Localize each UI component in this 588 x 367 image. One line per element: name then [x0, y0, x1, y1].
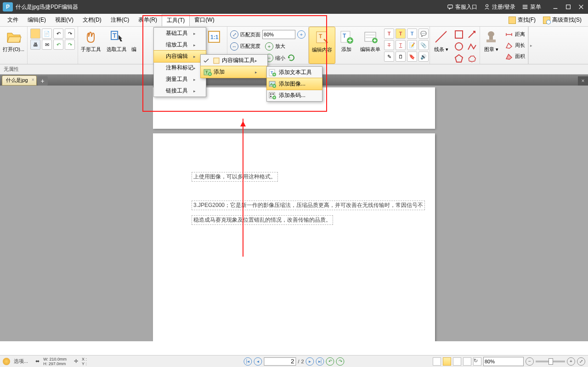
- svg-rect-17: [455, 31, 463, 38]
- view-facing-button[interactable]: [453, 357, 461, 366]
- advanced-find-button[interactable]: 高级查找(S): [539, 16, 585, 24]
- lines-button[interactable]: 线条 ▾: [430, 27, 452, 64]
- tools-content-edit[interactable]: 内容编辑▸: [153, 50, 206, 63]
- note-icon[interactable]: 📝: [407, 40, 417, 50]
- undo-arrow-button[interactable]: ↶: [53, 40, 63, 50]
- polyline-shape-icon[interactable]: [467, 41, 477, 52]
- view-single-button[interactable]: [433, 357, 441, 366]
- underline-icon[interactable]: T: [396, 40, 406, 50]
- strikeout-icon[interactable]: T: [384, 40, 394, 50]
- zoom-out-status[interactable]: −: [526, 357, 534, 366]
- menu-comment[interactable]: 注释(C): [106, 14, 134, 26]
- sound-icon[interactable]: 🔊: [418, 52, 429, 62]
- sticky-icon[interactable]: 🗒: [396, 52, 406, 62]
- menu-edit[interactable]: 编辑(E): [23, 14, 51, 26]
- content-edit-tools[interactable]: 内容编辑工具▸: [201, 55, 267, 66]
- page-number-input[interactable]: [264, 357, 296, 366]
- pencil-icon[interactable]: ✎: [384, 52, 394, 62]
- area-button[interactable]: 面积: [505, 52, 525, 61]
- status-zoom-select[interactable]: [483, 357, 524, 366]
- callout-icon[interactable]: 💬: [418, 29, 429, 39]
- menu-file[interactable]: 文件: [3, 14, 23, 26]
- svg-rect-20: [489, 36, 493, 40]
- edit-tool-partial[interactable]: 编: [130, 27, 138, 64]
- login-link[interactable]: 注册/登录: [484, 3, 515, 11]
- text-block-3[interactable]: 稳造成马赛克现象及位置错乱的情况，改善传输的品质。: [192, 215, 333, 225]
- add-button[interactable]: T 添加: [335, 27, 357, 64]
- nav-forward-button[interactable]: ↷: [336, 357, 345, 366]
- pdf-page[interactable]: 上使用图像，可以多用这种格式。 3.JPEG2000；它是新一作的影像压缩法，压…: [153, 133, 435, 341]
- document-tab[interactable]: 什么是jpg×: [2, 75, 37, 86]
- view-continuous-button[interactable]: [443, 357, 451, 366]
- text-tool-icon[interactable]: T: [384, 29, 394, 39]
- zoom-in-button[interactable]: +: [265, 42, 273, 51]
- tools-link[interactable]: 链接工具▸: [154, 85, 206, 97]
- zoom-in-status[interactable]: +: [567, 357, 575, 366]
- add-image-tool[interactable]: 添加图像...: [266, 78, 322, 90]
- circle-shape-icon[interactable]: [454, 41, 464, 52]
- add-text-tool[interactable]: T 添加文本工具: [267, 67, 322, 78]
- zoom-plus-icon[interactable]: +: [297, 30, 305, 39]
- support-link[interactable]: 客服入口: [447, 3, 477, 11]
- add-barcode-tool[interactable]: 添加条码...: [267, 90, 322, 101]
- menu-document[interactable]: 文档(D): [78, 14, 106, 26]
- nav-last-button[interactable]: ▸|: [316, 357, 324, 366]
- tabs-close-button[interactable]: ×: [578, 76, 588, 86]
- distance-button[interactable]: 距离: [505, 29, 525, 39]
- zoom-slider[interactable]: [536, 361, 565, 362]
- redo-arrow-button[interactable]: ↷: [65, 40, 75, 50]
- menu-tools[interactable]: 工具(T): [162, 14, 190, 26]
- zoom-fit-status[interactable]: ⤢: [577, 357, 585, 366]
- attach-icon[interactable]: 📎: [418, 40, 429, 50]
- open-button[interactable]: 打开(O)...: [0, 27, 27, 64]
- menu-window[interactable]: 窗口(W): [190, 14, 219, 26]
- main-menu-button[interactable]: 菜单: [522, 3, 541, 11]
- nav-next-button[interactable]: ▸: [306, 357, 314, 366]
- tools-measure[interactable]: 测量工具▸: [154, 74, 206, 85]
- content-edit-add[interactable]: T添加▸: [200, 66, 268, 78]
- close-tab-icon[interactable]: ×: [32, 77, 34, 82]
- nav-prev-button[interactable]: ◂: [254, 357, 262, 366]
- menu-view[interactable]: 视图(V): [51, 14, 78, 26]
- polygon-shape-icon[interactable]: [454, 53, 464, 63]
- document-workspace[interactable]: 上使用图像，可以多用这种格式。 3.JPEG2000；它是新一作的影像压缩法，压…: [0, 86, 588, 341]
- stamp-small-icon[interactable]: 🔖: [407, 52, 417, 62]
- redo-button[interactable]: ↷: [65, 29, 75, 39]
- view-rotate-button[interactable]: ↻: [473, 357, 481, 366]
- nav-back-button[interactable]: ↶: [326, 357, 334, 366]
- tools-zoom[interactable]: 缩放工具▸: [154, 39, 206, 51]
- options-button[interactable]: 选项...: [14, 358, 28, 365]
- ribbon-expand-icon[interactable]: ▸: [528, 27, 534, 64]
- print-button[interactable]: 🖶: [30, 40, 40, 50]
- mail-button[interactable]: ✉: [42, 40, 52, 50]
- highlight-tool-icon[interactable]: T: [396, 29, 406, 39]
- text-block-1[interactable]: 上使用图像，可以多用这种格式。: [192, 172, 278, 182]
- edit-content-button[interactable]: T 编辑内容: [309, 27, 335, 64]
- undo-button[interactable]: ↶: [53, 29, 63, 39]
- save-button[interactable]: [30, 29, 40, 39]
- add-tab-button[interactable]: +: [38, 76, 48, 86]
- perimeter-button[interactable]: 周长: [505, 40, 525, 50]
- close-button[interactable]: [578, 4, 584, 10]
- refresh-icon[interactable]: [287, 54, 295, 62]
- new-button[interactable]: 📄: [42, 29, 52, 39]
- nav-first-button[interactable]: |◂: [243, 357, 252, 366]
- tools-basic[interactable]: 基础工具▸: [154, 28, 206, 39]
- select-tool-button[interactable]: T 选取工具: [104, 27, 130, 64]
- zoom-select[interactable]: [262, 30, 295, 39]
- hand-tool-button[interactable]: 手形工具: [78, 27, 104, 64]
- text-block-2[interactable]: 3.JPEG2000；它是新一作的影像压缩法，压缩品质更高，并可改善在无线传输时…: [192, 201, 425, 210]
- view-facing-cont-button[interactable]: [463, 357, 471, 366]
- edit-form-button[interactable]: 编辑表单: [357, 27, 383, 64]
- menu-form[interactable]: 表单(R): [134, 14, 162, 26]
- text-box-icon[interactable]: T: [407, 29, 417, 39]
- tools-annotate[interactable]: 注释和标记▸: [154, 62, 206, 74]
- options-icon[interactable]: [3, 358, 10, 365]
- find-button[interactable]: 查找(F): [505, 16, 539, 24]
- minimize-button[interactable]: [552, 4, 559, 10]
- cloud-shape-icon[interactable]: [467, 53, 477, 63]
- rect-shape-icon[interactable]: [454, 29, 464, 40]
- maximize-button[interactable]: [565, 4, 571, 10]
- stamp-button[interactable]: 图章 ▾: [480, 27, 502, 64]
- arrow-shape-icon[interactable]: [467, 29, 477, 40]
